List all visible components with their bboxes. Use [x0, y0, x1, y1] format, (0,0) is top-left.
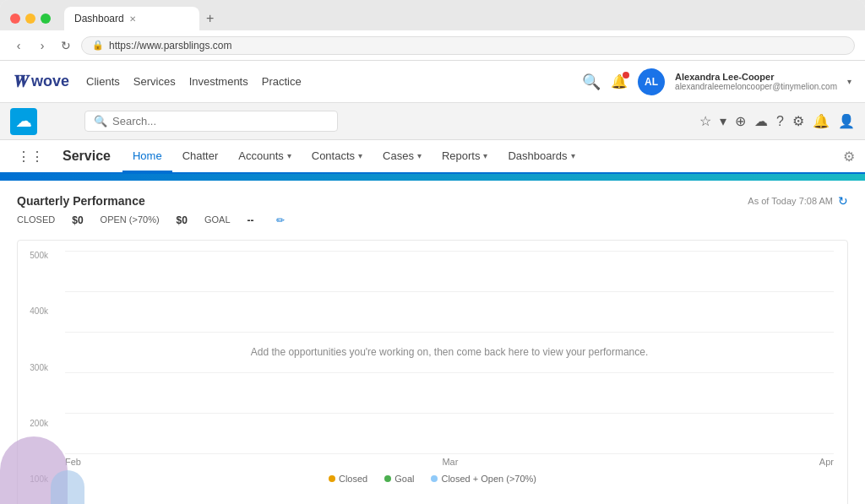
nav-chatter[interactable]: Chatter: [172, 141, 229, 173]
grid-line-4: [65, 413, 834, 414]
grid-line-bottom: [65, 453, 834, 454]
metric-open-value: $0: [177, 214, 188, 226]
user-info: Alexandra Lee-Cooper alexandraleemelonco…: [675, 72, 837, 91]
wove-nav-links: Clients Services Investments Practice: [86, 75, 302, 88]
goal-edit-icon[interactable]: ✏: [276, 214, 285, 226]
chart-empty-message: Add the opportunities you're working on,…: [251, 346, 649, 358]
nav-contacts[interactable]: Contacts ▾: [302, 141, 373, 173]
wove-nav-investments[interactable]: Investments: [189, 75, 248, 88]
sf-search-icon: 🔍: [94, 115, 107, 127]
minimize-button[interactable]: [25, 14, 35, 24]
y-label-400k: 400k: [18, 306, 52, 316]
sf-profile-icon[interactable]: 👤: [838, 113, 855, 129]
grid-line-3: [65, 372, 834, 373]
wove-left: 𝑾 wove Clients Services Investments Prac…: [14, 72, 302, 91]
legend-dot-closed: [329, 475, 335, 482]
grid-line-1: [65, 291, 834, 292]
metric-closed-value: $0: [72, 214, 83, 226]
legend-closed-label: Closed: [339, 474, 367, 484]
dashboard-content: Quarterly Performance As of Today 7:08 A…: [0, 181, 865, 504]
chart-grid: Add the opportunities you're working on,…: [65, 251, 834, 453]
url-field[interactable]: 🔒 https://www.parsblings.com: [81, 36, 855, 55]
wove-nav-services[interactable]: Services: [133, 75, 176, 88]
sf-settings-icon[interactable]: ⚙: [792, 113, 804, 129]
dashboard-metrics: CLOSED $0 OPEN (>70%) $0 GOAL -- ✏: [17, 214, 848, 226]
sf-search-input[interactable]: [112, 115, 329, 127]
notification-bell[interactable]: 🔔: [611, 73, 628, 89]
tab-close-icon[interactable]: ✕: [129, 14, 136, 24]
x-label-apr: Apr: [819, 457, 834, 467]
browser-titlebar: Dashboard ✕ +: [0, 0, 865, 30]
search-icon[interactable]: 🔍: [582, 73, 601, 91]
user-name: Alexandra Lee-Cooper: [675, 72, 837, 82]
fullscreen-button[interactable]: [41, 14, 51, 24]
legend-closed: Closed: [329, 474, 367, 484]
x-label-mar: Mar: [442, 457, 458, 467]
wove-right: 🔍 🔔 AL Alexandra Lee-Cooper alexandralee…: [582, 68, 851, 95]
corner-decoration-right: [51, 470, 84, 504]
legend-dot-open: [431, 475, 438, 482]
back-button[interactable]: ‹: [10, 39, 27, 52]
traffic-lights: [10, 14, 51, 24]
wove-nav-practice[interactable]: Practice: [262, 75, 302, 88]
metric-closed-label: CLOSED: [17, 214, 55, 226]
salesforce-logo: ☁: [10, 108, 37, 135]
refresh-icon[interactable]: ↻: [838, 194, 848, 208]
sf-search-bar[interactable]: 🔍: [84, 111, 338, 132]
user-email: alexandraleemeloncooper@tinymelion.com: [675, 82, 837, 91]
dashboard-timestamp: As of Today 7:08 AM ↻: [748, 194, 848, 208]
legend-goal: Goal: [384, 474, 414, 484]
wove-logo-icon: 𝑾: [14, 72, 28, 91]
grid-icon[interactable]: ⋮⋮: [10, 149, 51, 165]
metric-goal-label: GOAL: [204, 214, 231, 226]
browser-tab-active[interactable]: Dashboard ✕: [64, 7, 199, 30]
user-avatar[interactable]: AL: [638, 68, 665, 95]
dashboards-arrow: ▾: [571, 151, 575, 160]
forward-button[interactable]: ›: [34, 39, 51, 52]
tab-title: Dashboard: [74, 13, 124, 24]
wove-nav-clients[interactable]: Clients: [86, 75, 120, 88]
x-label-feb: Feb: [65, 457, 81, 467]
contacts-arrow: ▾: [358, 151, 362, 160]
service-nav: ⋮⋮ Service Home Chatter Accounts ▾ Conta…: [0, 140, 865, 174]
sf-dropdown-icon[interactable]: ▾: [720, 113, 726, 129]
service-title: Service: [52, 149, 121, 164]
nav-cases[interactable]: Cases ▾: [373, 141, 432, 173]
nav-home[interactable]: Home: [122, 141, 172, 173]
wove-logo-text: wove: [31, 73, 69, 90]
nav-more-icon[interactable]: ⚙: [843, 149, 855, 165]
legend-goal-label: Goal: [394, 474, 414, 484]
grid-line-top: [65, 251, 834, 252]
grid-line-2: [65, 332, 834, 333]
sf-star-icon[interactable]: ☆: [699, 113, 711, 129]
close-button[interactable]: [10, 14, 20, 24]
accounts-arrow: ▾: [287, 151, 291, 160]
sf-add-icon[interactable]: ⊕: [735, 113, 746, 129]
sf-bell-icon[interactable]: 🔔: [813, 113, 830, 129]
metric-open-label: OPEN (>70%): [101, 214, 160, 226]
user-dropdown-arrow[interactable]: ▾: [847, 77, 851, 86]
notification-dot: [623, 72, 629, 79]
nav-accounts[interactable]: Accounts ▾: [228, 141, 301, 173]
sf-cloud-icon[interactable]: ☁: [754, 113, 768, 129]
reload-button[interactable]: ↻: [57, 39, 74, 52]
ssl-icon: 🔒: [92, 40, 104, 51]
metric-goal-value: --: [248, 214, 254, 226]
y-label-300k: 300k: [18, 363, 52, 372]
sf-toolbar: ☁ 🔍 ☆ ▾ ⊕ ☁ ? ⚙ 🔔 👤: [0, 103, 865, 140]
wove-topnav: 𝑾 wove Clients Services Investments Prac…: [0, 61, 865, 103]
service-nav-links: Home Chatter Accounts ▾ Contacts ▾ Cases: [122, 140, 585, 172]
legend-open: Closed + Open (>70%): [431, 474, 536, 484]
dashboard-header: Quarterly Performance As of Today 7:08 A…: [17, 194, 848, 208]
timestamp-text: As of Today 7:08 AM: [748, 196, 833, 206]
nav-reports[interactable]: Reports ▾: [432, 141, 498, 173]
address-bar: ‹ › ↻ 🔒 https://www.parsblings.com: [0, 30, 865, 61]
y-label-500k: 500k: [18, 251, 52, 260]
cases-arrow: ▾: [417, 151, 422, 160]
reports-arrow: ▾: [483, 151, 487, 160]
new-tab-button[interactable]: +: [203, 11, 217, 26]
nav-dashboards[interactable]: Dashboards ▾: [498, 141, 585, 173]
dashboard-title: Quarterly Performance: [17, 194, 145, 208]
chart-container: 500k 400k 300k 200k 100k Add the opportu…: [17, 240, 848, 504]
sf-help-icon[interactable]: ?: [776, 114, 784, 129]
